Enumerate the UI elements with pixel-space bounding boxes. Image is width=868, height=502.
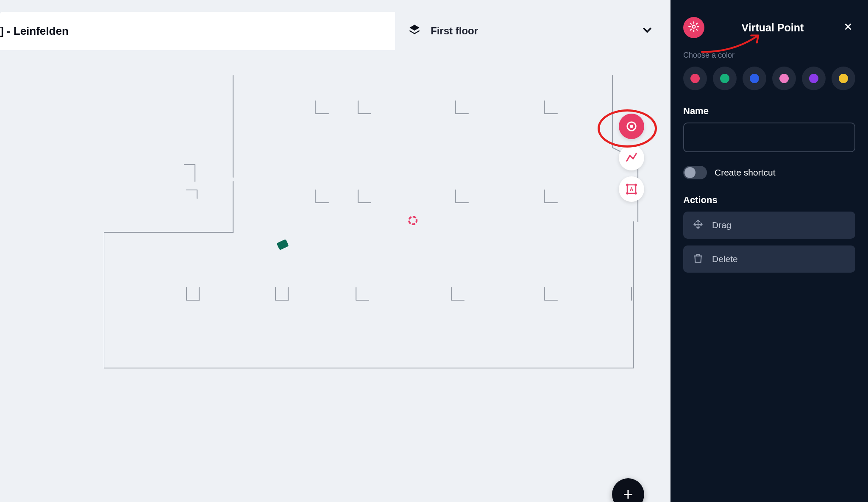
path-tool[interactable] — [619, 145, 644, 170]
plus-icon: + — [623, 485, 633, 502]
color-option-5[interactable] — [802, 67, 826, 90]
svg-point-4 — [634, 184, 637, 186]
svg-text:A: A — [630, 187, 633, 192]
svg-point-5 — [626, 192, 629, 195]
create-shortcut-toggle[interactable] — [683, 166, 707, 179]
toggle-knob — [684, 167, 696, 178]
close-button[interactable] — [841, 20, 855, 35]
add-button[interactable]: + — [612, 478, 644, 502]
svg-point-3 — [626, 184, 629, 186]
drag-label: Drag — [712, 220, 732, 230]
color-option-4[interactable] — [772, 67, 796, 90]
panel-header: Virtual Point — [683, 17, 855, 38]
name-input[interactable] — [683, 123, 855, 152]
floor-selector-label: First floor — [431, 25, 478, 37]
location-text: ] - Leinfelden — [0, 25, 69, 38]
virtual-point-tool[interactable] — [619, 114, 644, 139]
svg-point-1 — [630, 125, 633, 128]
settings-button[interactable] — [683, 17, 704, 38]
map-tools: A — [619, 114, 644, 202]
close-icon — [843, 22, 853, 33]
floorplan — [104, 71, 651, 376]
chevron-down-icon — [641, 23, 654, 39]
svg-point-6 — [634, 192, 637, 195]
color-option-2[interactable] — [713, 67, 737, 90]
zone-tool[interactable]: A — [619, 176, 644, 202]
virtual-point-marker[interactable] — [408, 216, 417, 225]
color-option-6[interactable] — [832, 67, 855, 90]
shortcut-toggle-label: Create shortcut — [715, 167, 776, 178]
delete-action[interactable]: Delete — [683, 245, 855, 273]
gear-icon — [688, 21, 700, 34]
delete-label: Delete — [712, 254, 738, 264]
color-option-1[interactable] — [683, 67, 707, 90]
properties-panel: Virtual Point Choose a color Name Create… — [670, 0, 868, 502]
panel-title: Virtual Point — [713, 22, 832, 34]
trash-icon — [693, 253, 704, 266]
drag-icon — [693, 219, 704, 232]
floor-selector[interactable]: First floor — [395, 12, 670, 50]
shortcut-row: Create shortcut — [683, 166, 855, 179]
name-label: Name — [683, 106, 855, 117]
color-picker — [683, 67, 855, 90]
location-title: ] - Leinfelden — [0, 12, 395, 50]
svg-point-8 — [693, 25, 696, 28]
color-option-3[interactable] — [743, 67, 766, 90]
layers-icon — [409, 24, 420, 38]
map-canvas[interactable]: A + — [0, 50, 670, 502]
actions-label: Actions — [683, 195, 855, 206]
color-hint: Choose a color — [683, 51, 855, 60]
drag-action[interactable]: Drag — [683, 212, 855, 239]
header-row: ] - Leinfelden First floor — [0, 12, 670, 50]
